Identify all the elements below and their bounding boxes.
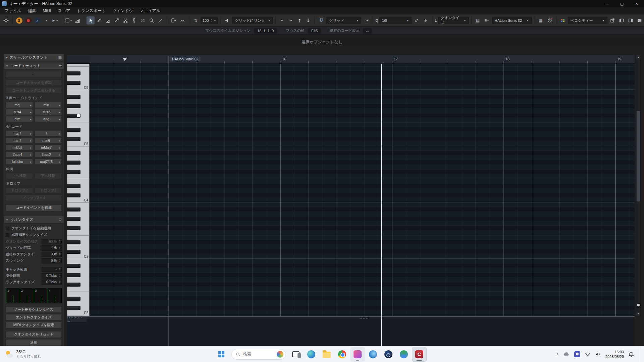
inversion-button-item[interactable]: 下へ移動	[35, 173, 62, 179]
grid-row-d-6[interactable]	[90, 71, 635, 76]
grid-row-c-3[interactable]	[90, 249, 635, 254]
grid-row-e3[interactable]	[90, 235, 635, 240]
object-selection-combo[interactable]: ▼	[64, 16, 72, 24]
event-colors-icon-button[interactable]	[559, 16, 567, 24]
piano-key-g-2[interactable]	[67, 273, 80, 277]
grid-row-g-4[interactable]	[90, 160, 635, 165]
info-value[interactable]: --	[363, 28, 372, 34]
zoom-tool[interactable]	[148, 16, 156, 24]
chord-button-7sus4[interactable]: 7sus4▶	[6, 152, 33, 158]
part-label[interactable]: HALion Sonic 02	[170, 57, 201, 61]
grid-row-f-5[interactable]	[90, 113, 635, 118]
piano-key-a-2[interactable]	[67, 264, 80, 268]
close-button[interactable]: ✕	[629, 0, 644, 7]
grid-row-a5[interactable]	[90, 99, 635, 104]
chord-button-maj[interactable]: maj▶	[6, 102, 33, 108]
piano-key-e2[interactable]	[67, 292, 90, 296]
active-part-dropdown[interactable]: HALion Sonic 02 ▼	[492, 17, 532, 24]
snap-type-button[interactable]: -|+	[362, 16, 370, 24]
piano-key-a-3[interactable]	[67, 207, 80, 212]
piano-key-b4[interactable]	[67, 146, 90, 151]
grid-type-dropdown[interactable]: グリッド ▼	[326, 17, 361, 24]
zoom-handle[interactable]	[637, 304, 640, 306]
grid-row-f-4[interactable]	[90, 170, 635, 174]
stepper-icon[interactable]: ▲▼	[59, 267, 61, 271]
maximize-button[interactable]: ▢	[614, 0, 629, 7]
glue-tool[interactable]	[130, 16, 138, 24]
inversion-button-item[interactable]: 上へ移動	[6, 173, 33, 179]
piano-key-g-5[interactable]	[67, 104, 80, 108]
velocity-lane[interactable]: ベロシティー	[67, 317, 635, 346]
steam-button[interactable]	[381, 347, 396, 362]
piano-key-d-4[interactable]	[67, 184, 80, 188]
grid-row-e4[interactable]	[90, 179, 635, 184]
stepper-icon[interactable]: ▲▼	[210, 19, 212, 22]
task-view-button[interactable]	[288, 347, 303, 362]
grid-row-g-5[interactable]	[90, 104, 635, 109]
value-field-item[interactable]: 0 Ticks▲▼	[42, 280, 62, 285]
grid-row-g5[interactable]	[90, 109, 635, 113]
piano-key-f-4[interactable]	[67, 170, 80, 174]
stepper-icon[interactable]: ▲▼	[59, 274, 61, 278]
section-quantize[interactable]: ▼ クオンタイズ ⊙	[3, 216, 64, 223]
playhead-triangle-icon[interactable]	[122, 58, 127, 61]
value-field-item[interactable]: 0 %▲▼	[42, 258, 62, 263]
chord-button-sus4[interactable]: sus4▶	[6, 109, 33, 115]
grid-row-g2[interactable]	[90, 278, 635, 282]
scroll-up-arrow[interactable]: ▲	[636, 55, 640, 59]
feedback-options-dropdown[interactable]: ▼	[42, 16, 50, 24]
chord-button-maj7-5[interactable]: maj7/#5▶	[35, 159, 62, 165]
velocity-lane-label[interactable]: ベロシティー	[67, 317, 87, 322]
grid-row-a-4[interactable]	[90, 151, 635, 156]
grid-row-d2[interactable]	[90, 301, 635, 306]
scrollbar-thumb[interactable]	[637, 111, 640, 201]
drop-2-4-button[interactable]: ドロップ2 + 4	[6, 195, 62, 201]
show-right-zone-button[interactable]	[627, 16, 635, 24]
nudge-up-button[interactable]	[296, 16, 304, 24]
grid-row-b2[interactable]	[90, 259, 635, 263]
menu-item-item[interactable]: ウィンドウ	[109, 7, 136, 14]
line-tool[interactable]	[156, 16, 164, 24]
grid-row-f-3[interactable]	[90, 226, 635, 231]
value-field-item[interactable]: Off▲▼	[42, 252, 62, 257]
menu-item-midi[interactable]: MIDI	[39, 8, 54, 14]
grid-row-a2[interactable]	[90, 268, 635, 273]
grid-row-d5[interactable]	[90, 132, 635, 137]
meet-button[interactable]	[396, 347, 411, 362]
value-field-item[interactable]: 60 %▲▼	[42, 239, 62, 244]
grid-row-g-3[interactable]	[90, 217, 635, 221]
value-field-item[interactable]: 1/8▼	[42, 245, 62, 251]
piano-key-c-2[interactable]	[67, 306, 80, 310]
chord-button-min6[interactable]: min6▶	[35, 137, 62, 143]
show-left-zone-button[interactable]	[618, 16, 626, 24]
grid-row-e2[interactable]	[90, 292, 635, 296]
apply-quantize-button-panel[interactable]: 適用	[6, 339, 62, 346]
stepper-icon[interactable]: ▲▼	[59, 240, 61, 243]
wifi-icon[interactable]	[585, 352, 591, 357]
chord-button-7[interactable]: 7▶	[35, 130, 62, 136]
create-chord-event-button[interactable]: コードイベントを作成	[6, 204, 62, 211]
trim-tool[interactable]	[113, 16, 121, 24]
minimize-button[interactable]: —	[600, 0, 614, 7]
value-field-item[interactable]: 0 Ticks▲▼	[42, 273, 62, 279]
hidden-icons-chevron[interactable]: ∧	[556, 352, 559, 356]
open-in-separate-window-button[interactable]	[608, 16, 616, 24]
match-chord-track-button[interactable]: コードトラックに合わせる	[6, 87, 62, 94]
grid-row-c3[interactable]	[90, 254, 635, 259]
grid-row-c5[interactable]	[90, 141, 635, 146]
grid-row-c-4[interactable]	[90, 193, 635, 198]
grid-row-e5[interactable]	[90, 123, 635, 127]
part-editing-mode-button[interactable]	[178, 16, 186, 24]
section-chord-edit[interactable]: ▼ コードエディット ≣	[3, 62, 64, 69]
grid-row-a-2[interactable]	[90, 263, 635, 268]
grid-row-a-3[interactable]	[90, 207, 635, 212]
chord-button-m7-b5[interactable]: m7/b5▶	[6, 144, 33, 150]
clock-widget[interactable]: 15:03 2025/08/29	[605, 350, 624, 359]
piano-key-c-5[interactable]	[67, 137, 80, 141]
grid-row-g-2[interactable]	[90, 273, 635, 278]
cubase-button[interactable]: C	[412, 347, 427, 362]
piano-key-b2[interactable]	[67, 259, 90, 263]
draw-tool[interactable]	[95, 16, 103, 24]
grid-row-f6[interactable]	[90, 64, 635, 66]
info-value[interactable]: 16. 1. 1. 0	[254, 28, 277, 34]
